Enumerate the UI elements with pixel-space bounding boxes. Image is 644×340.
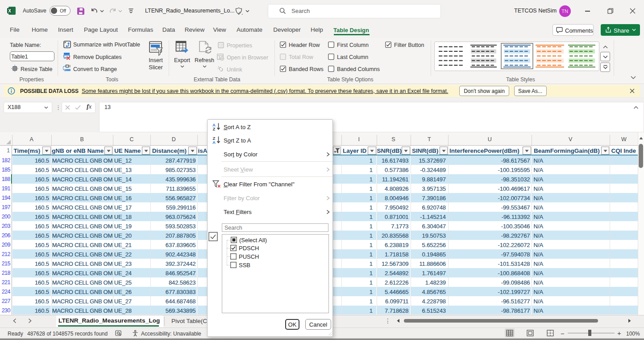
svg-text:X: X [8,8,11,13]
svg-text:Z: Z [213,126,216,131]
svg-text:A: A [212,140,216,144]
